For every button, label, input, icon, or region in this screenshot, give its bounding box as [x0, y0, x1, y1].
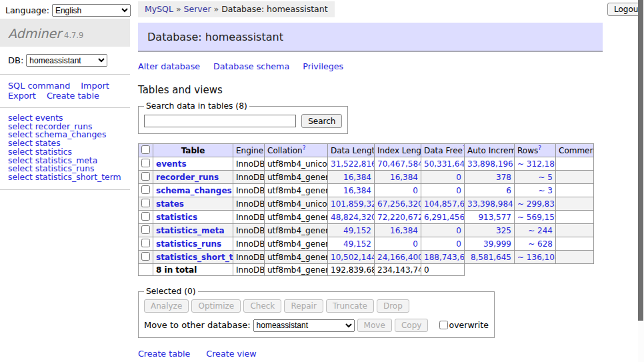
table-link-statistics-short-term[interactable]: statistics_short_term: [156, 253, 233, 262]
engine-cell: InnoDB: [233, 211, 265, 224]
table-link-states[interactable]: states: [156, 199, 184, 209]
data-length-link[interactable]: 49,152: [331, 226, 371, 235]
sidebar-actions: SQL commandImport ExportCreate table: [0, 75, 130, 108]
data-free-link[interactable]: 0: [424, 239, 461, 249]
optimize-button[interactable]: Optimize: [191, 299, 241, 313]
collation-help-link[interactable]: ?: [303, 145, 306, 151]
table-row: states InnoDB utf8mb4_unicode_ci 101,859…: [139, 197, 594, 211]
data-length-link[interactable]: 16,384: [331, 186, 371, 195]
auto-increment-link[interactable]: 33,898,196: [467, 159, 511, 169]
index-length-link[interactable]: 16,384: [377, 226, 418, 235]
search-input[interactable]: [144, 115, 296, 127]
collation-cell: utf8mb4_unicode_ci: [265, 157, 328, 171]
data-free-link[interactable]: 6,291,456: [424, 213, 461, 222]
data-free-link[interactable]: 0: [424, 173, 461, 182]
row-checkbox-recorder-runs[interactable]: [141, 172, 150, 181]
scrollbar-thumb[interactable]: [638, 0, 643, 321]
create-view-link[interactable]: Create view: [206, 349, 256, 359]
data-length-link[interactable]: 31,522,816: [331, 159, 371, 169]
db-select[interactable]: homeassistant: [26, 54, 107, 67]
truncate-button[interactable]: Truncate: [326, 299, 374, 313]
alter-database-link[interactable]: Alter database: [138, 61, 200, 71]
row-checkbox-schema-changes[interactable]: [141, 185, 150, 194]
overwrite-checkbox[interactable]: [439, 321, 448, 329]
row-checkbox-statistics-runs[interactable]: [141, 239, 150, 247]
drop-button[interactable]: Drop: [377, 299, 409, 313]
engine-cell: InnoDB: [233, 157, 265, 171]
data-length-link[interactable]: 49,152: [331, 239, 371, 249]
row-checkbox-states[interactable]: [141, 199, 150, 207]
row-checkbox-statistics-short-term[interactable]: [141, 252, 150, 261]
rows-count-link[interactable]: ~ 244: [517, 226, 553, 235]
table-link-recorder-runs[interactable]: recorder_runs: [156, 173, 219, 182]
data-free-link[interactable]: 188,743,680: [424, 253, 461, 262]
index-length-link[interactable]: 70,467,584: [377, 159, 418, 169]
table-link-statistics-meta[interactable]: statistics_meta: [156, 226, 225, 235]
rows-count-link[interactable]: ~ 628: [517, 239, 553, 249]
auto-increment-link[interactable]: 325: [467, 226, 511, 235]
auto-increment-link[interactable]: 8,581,645: [467, 253, 511, 262]
move-database-select[interactable]: homeassistant: [253, 319, 355, 332]
sidebar-link-create-table[interactable]: Create table: [47, 91, 99, 101]
table-link-statistics[interactable]: statistics: [156, 213, 197, 222]
analyze-button[interactable]: Analyze: [144, 299, 189, 313]
tables-overview-table: Table Engine? Collation? Data Length? In…: [138, 143, 594, 276]
sidebar-link-export[interactable]: Export: [8, 91, 36, 101]
data-free-link[interactable]: 50,331,648: [424, 159, 461, 169]
table-link-statistics-runs[interactable]: statistics_runs: [156, 239, 221, 249]
index-length-link[interactable]: 0: [377, 239, 418, 249]
rows-count-link[interactable]: ~ 569,159: [517, 213, 553, 222]
auto-increment-link[interactable]: 913,577: [467, 213, 511, 222]
breadcrumb-mysql[interactable]: MySQL: [145, 4, 173, 14]
data-length-link[interactable]: 48,824,320: [331, 213, 371, 222]
index-length-link[interactable]: 0: [377, 186, 418, 195]
row-checkbox-events[interactable]: [141, 159, 150, 167]
privileges-link[interactable]: Privileges: [303, 61, 343, 71]
index-length-link[interactable]: 67,256,320: [377, 199, 418, 209]
vertical-scrollbar[interactable]: [638, 0, 644, 362]
check-button[interactable]: Check: [243, 299, 281, 313]
auto-increment-link[interactable]: 378: [467, 173, 511, 182]
data-length-link[interactable]: 101,859,328: [331, 199, 371, 209]
index-length-link[interactable]: 24,166,400: [377, 253, 418, 262]
data-free-link[interactable]: 104,857,600: [424, 199, 461, 209]
rows-help-link[interactable]: ?: [538, 145, 541, 151]
table-link-schema-changes[interactable]: schema_changes: [156, 186, 232, 195]
language-select[interactable]: English: [52, 4, 131, 17]
column-header-data-length: Data Length?: [328, 144, 375, 157]
database-schema-link[interactable]: Database schema: [213, 61, 289, 71]
breadcrumb-server[interactable]: Server: [184, 4, 211, 14]
move-button[interactable]: Move: [357, 319, 392, 332]
sidebar-link-sql-command[interactable]: SQL command: [8, 81, 70, 91]
auto-increment-link[interactable]: 6: [467, 186, 511, 195]
rows-count-link[interactable]: ~ 312,180: [517, 159, 553, 169]
data-length-link[interactable]: 16,384: [331, 173, 371, 182]
data-length-link[interactable]: 10,502,144: [331, 253, 371, 262]
selected-legend: Selected (0): [144, 287, 198, 296]
index-length-link[interactable]: 72,220,672: [377, 213, 418, 222]
copy-button[interactable]: Copy: [395, 319, 428, 332]
db-selector-row: DB:homeassistant: [0, 47, 130, 75]
create-table-link[interactable]: Create table: [138, 349, 190, 359]
rows-count-link[interactable]: ~ 299,833: [517, 199, 553, 209]
sidebar-link-import[interactable]: Import: [81, 81, 109, 91]
rows-count-link[interactable]: ~ 136,108: [517, 253, 553, 262]
auto-increment-link[interactable]: 33,398,984: [467, 199, 511, 209]
sidebar-item-select-statistics-short-term[interactable]: select statistics_short_term: [8, 173, 122, 182]
app-name: Adminer: [8, 26, 61, 41]
select-all-checkbox[interactable]: [141, 145, 150, 154]
table-link-events[interactable]: events: [156, 159, 187, 169]
create-links-row: Create tableCreate view: [138, 349, 603, 359]
rows-count-link[interactable]: ~ 3: [517, 186, 553, 195]
index-length-link[interactable]: 16,384: [377, 173, 418, 182]
data-free-link[interactable]: 0: [424, 226, 461, 235]
auto-increment-link[interactable]: 39,999: [467, 239, 511, 249]
rows-count-link[interactable]: ~ 5: [517, 173, 553, 182]
repair-button[interactable]: Repair: [284, 299, 323, 313]
row-checkbox-statistics[interactable]: [141, 212, 150, 221]
breadcrumb: MySQL»Server»Database: homeassistant: [138, 1, 335, 17]
data-free-link[interactable]: 0: [424, 186, 461, 195]
row-checkbox-statistics-meta[interactable]: [141, 225, 150, 234]
column-header-index-length: Index Length?: [375, 144, 421, 157]
search-button[interactable]: Search: [301, 114, 342, 128]
